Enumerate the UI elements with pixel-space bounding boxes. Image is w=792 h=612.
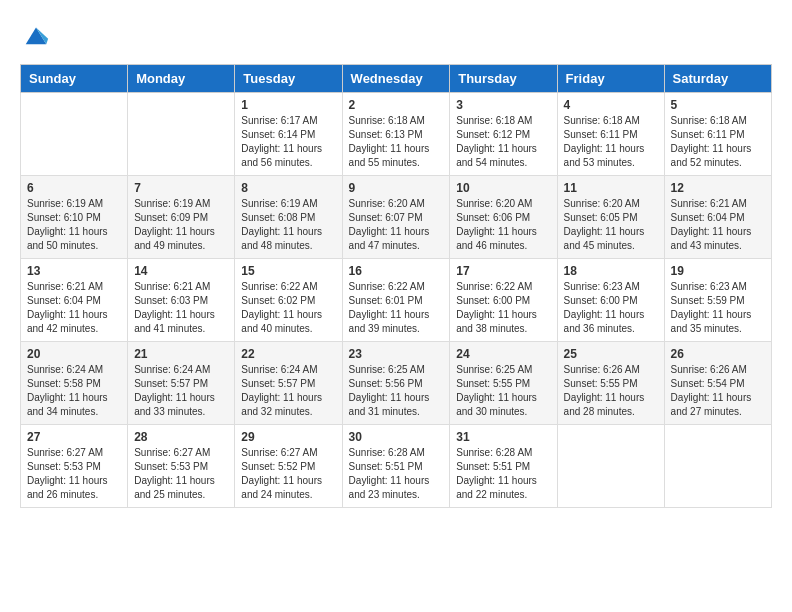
day-number: 7 bbox=[134, 181, 228, 195]
calendar-cell: 16Sunrise: 6:22 AMSunset: 6:01 PMDayligh… bbox=[342, 259, 450, 342]
day-info: Sunrise: 6:25 AMSunset: 5:55 PMDaylight:… bbox=[456, 363, 550, 419]
day-info: Sunrise: 6:24 AMSunset: 5:57 PMDaylight:… bbox=[134, 363, 228, 419]
day-info: Sunrise: 6:28 AMSunset: 5:51 PMDaylight:… bbox=[349, 446, 444, 502]
calendar-cell: 30Sunrise: 6:28 AMSunset: 5:51 PMDayligh… bbox=[342, 425, 450, 508]
calendar-cell: 9Sunrise: 6:20 AMSunset: 6:07 PMDaylight… bbox=[342, 176, 450, 259]
day-info: Sunrise: 6:22 AMSunset: 6:00 PMDaylight:… bbox=[456, 280, 550, 336]
col-header-tuesday: Tuesday bbox=[235, 65, 342, 93]
calendar-cell: 10Sunrise: 6:20 AMSunset: 6:06 PMDayligh… bbox=[450, 176, 557, 259]
day-number: 15 bbox=[241, 264, 335, 278]
day-info: Sunrise: 6:18 AMSunset: 6:13 PMDaylight:… bbox=[349, 114, 444, 170]
day-info: Sunrise: 6:25 AMSunset: 5:56 PMDaylight:… bbox=[349, 363, 444, 419]
day-number: 18 bbox=[564, 264, 658, 278]
calendar-cell: 2Sunrise: 6:18 AMSunset: 6:13 PMDaylight… bbox=[342, 93, 450, 176]
calendar-cell bbox=[21, 93, 128, 176]
calendar-cell: 19Sunrise: 6:23 AMSunset: 5:59 PMDayligh… bbox=[664, 259, 771, 342]
day-number: 28 bbox=[134, 430, 228, 444]
day-number: 14 bbox=[134, 264, 228, 278]
day-info: Sunrise: 6:20 AMSunset: 6:05 PMDaylight:… bbox=[564, 197, 658, 253]
day-info: Sunrise: 6:23 AMSunset: 6:00 PMDaylight:… bbox=[564, 280, 658, 336]
day-number: 22 bbox=[241, 347, 335, 361]
day-number: 8 bbox=[241, 181, 335, 195]
day-info: Sunrise: 6:18 AMSunset: 6:11 PMDaylight:… bbox=[671, 114, 765, 170]
calendar-cell: 3Sunrise: 6:18 AMSunset: 6:12 PMDaylight… bbox=[450, 93, 557, 176]
logo-icon bbox=[22, 20, 50, 48]
calendar-header-row: SundayMondayTuesdayWednesdayThursdayFrid… bbox=[21, 65, 772, 93]
day-info: Sunrise: 6:26 AMSunset: 5:55 PMDaylight:… bbox=[564, 363, 658, 419]
day-number: 10 bbox=[456, 181, 550, 195]
calendar-cell: 12Sunrise: 6:21 AMSunset: 6:04 PMDayligh… bbox=[664, 176, 771, 259]
col-header-saturday: Saturday bbox=[664, 65, 771, 93]
calendar-cell: 17Sunrise: 6:22 AMSunset: 6:00 PMDayligh… bbox=[450, 259, 557, 342]
day-number: 13 bbox=[27, 264, 121, 278]
day-number: 23 bbox=[349, 347, 444, 361]
day-number: 26 bbox=[671, 347, 765, 361]
day-info: Sunrise: 6:26 AMSunset: 5:54 PMDaylight:… bbox=[671, 363, 765, 419]
day-number: 21 bbox=[134, 347, 228, 361]
day-info: Sunrise: 6:18 AMSunset: 6:11 PMDaylight:… bbox=[564, 114, 658, 170]
day-number: 25 bbox=[564, 347, 658, 361]
day-info: Sunrise: 6:18 AMSunset: 6:12 PMDaylight:… bbox=[456, 114, 550, 170]
col-header-thursday: Thursday bbox=[450, 65, 557, 93]
calendar-cell: 4Sunrise: 6:18 AMSunset: 6:11 PMDaylight… bbox=[557, 93, 664, 176]
calendar-cell: 23Sunrise: 6:25 AMSunset: 5:56 PMDayligh… bbox=[342, 342, 450, 425]
calendar-cell: 13Sunrise: 6:21 AMSunset: 6:04 PMDayligh… bbox=[21, 259, 128, 342]
day-number: 29 bbox=[241, 430, 335, 444]
day-number: 27 bbox=[27, 430, 121, 444]
calendar-week-row: 13Sunrise: 6:21 AMSunset: 6:04 PMDayligh… bbox=[21, 259, 772, 342]
day-info: Sunrise: 6:24 AMSunset: 5:57 PMDaylight:… bbox=[241, 363, 335, 419]
day-number: 5 bbox=[671, 98, 765, 112]
calendar-cell: 27Sunrise: 6:27 AMSunset: 5:53 PMDayligh… bbox=[21, 425, 128, 508]
day-number: 24 bbox=[456, 347, 550, 361]
day-number: 9 bbox=[349, 181, 444, 195]
day-number: 16 bbox=[349, 264, 444, 278]
day-info: Sunrise: 6:22 AMSunset: 6:02 PMDaylight:… bbox=[241, 280, 335, 336]
day-number: 3 bbox=[456, 98, 550, 112]
calendar-cell: 28Sunrise: 6:27 AMSunset: 5:53 PMDayligh… bbox=[128, 425, 235, 508]
day-info: Sunrise: 6:19 AMSunset: 6:09 PMDaylight:… bbox=[134, 197, 228, 253]
day-number: 6 bbox=[27, 181, 121, 195]
calendar-cell: 14Sunrise: 6:21 AMSunset: 6:03 PMDayligh… bbox=[128, 259, 235, 342]
day-info: Sunrise: 6:23 AMSunset: 5:59 PMDaylight:… bbox=[671, 280, 765, 336]
day-info: Sunrise: 6:27 AMSunset: 5:53 PMDaylight:… bbox=[27, 446, 121, 502]
day-info: Sunrise: 6:19 AMSunset: 6:08 PMDaylight:… bbox=[241, 197, 335, 253]
calendar-cell: 29Sunrise: 6:27 AMSunset: 5:52 PMDayligh… bbox=[235, 425, 342, 508]
day-info: Sunrise: 6:17 AMSunset: 6:14 PMDaylight:… bbox=[241, 114, 335, 170]
calendar-cell bbox=[664, 425, 771, 508]
calendar-cell: 22Sunrise: 6:24 AMSunset: 5:57 PMDayligh… bbox=[235, 342, 342, 425]
day-number: 30 bbox=[349, 430, 444, 444]
calendar-cell bbox=[557, 425, 664, 508]
calendar-cell: 20Sunrise: 6:24 AMSunset: 5:58 PMDayligh… bbox=[21, 342, 128, 425]
day-info: Sunrise: 6:27 AMSunset: 5:53 PMDaylight:… bbox=[134, 446, 228, 502]
calendar-week-row: 20Sunrise: 6:24 AMSunset: 5:58 PMDayligh… bbox=[21, 342, 772, 425]
day-info: Sunrise: 6:19 AMSunset: 6:10 PMDaylight:… bbox=[27, 197, 121, 253]
day-number: 4 bbox=[564, 98, 658, 112]
calendar-cell: 26Sunrise: 6:26 AMSunset: 5:54 PMDayligh… bbox=[664, 342, 771, 425]
day-info: Sunrise: 6:20 AMSunset: 6:06 PMDaylight:… bbox=[456, 197, 550, 253]
day-number: 1 bbox=[241, 98, 335, 112]
day-number: 2 bbox=[349, 98, 444, 112]
calendar-cell: 15Sunrise: 6:22 AMSunset: 6:02 PMDayligh… bbox=[235, 259, 342, 342]
col-header-friday: Friday bbox=[557, 65, 664, 93]
calendar-cell: 21Sunrise: 6:24 AMSunset: 5:57 PMDayligh… bbox=[128, 342, 235, 425]
day-info: Sunrise: 6:24 AMSunset: 5:58 PMDaylight:… bbox=[27, 363, 121, 419]
day-info: Sunrise: 6:21 AMSunset: 6:04 PMDaylight:… bbox=[671, 197, 765, 253]
day-number: 19 bbox=[671, 264, 765, 278]
page-header bbox=[20, 20, 772, 48]
col-header-sunday: Sunday bbox=[21, 65, 128, 93]
calendar-cell: 7Sunrise: 6:19 AMSunset: 6:09 PMDaylight… bbox=[128, 176, 235, 259]
day-number: 20 bbox=[27, 347, 121, 361]
calendar-cell: 5Sunrise: 6:18 AMSunset: 6:11 PMDaylight… bbox=[664, 93, 771, 176]
day-number: 17 bbox=[456, 264, 550, 278]
col-header-monday: Monday bbox=[128, 65, 235, 93]
calendar-cell: 31Sunrise: 6:28 AMSunset: 5:51 PMDayligh… bbox=[450, 425, 557, 508]
day-info: Sunrise: 6:22 AMSunset: 6:01 PMDaylight:… bbox=[349, 280, 444, 336]
calendar-cell: 24Sunrise: 6:25 AMSunset: 5:55 PMDayligh… bbox=[450, 342, 557, 425]
day-info: Sunrise: 6:28 AMSunset: 5:51 PMDaylight:… bbox=[456, 446, 550, 502]
calendar-cell: 11Sunrise: 6:20 AMSunset: 6:05 PMDayligh… bbox=[557, 176, 664, 259]
calendar-week-row: 1Sunrise: 6:17 AMSunset: 6:14 PMDaylight… bbox=[21, 93, 772, 176]
calendar-table: SundayMondayTuesdayWednesdayThursdayFrid… bbox=[20, 64, 772, 508]
calendar-cell: 25Sunrise: 6:26 AMSunset: 5:55 PMDayligh… bbox=[557, 342, 664, 425]
calendar-cell: 8Sunrise: 6:19 AMSunset: 6:08 PMDaylight… bbox=[235, 176, 342, 259]
col-header-wednesday: Wednesday bbox=[342, 65, 450, 93]
